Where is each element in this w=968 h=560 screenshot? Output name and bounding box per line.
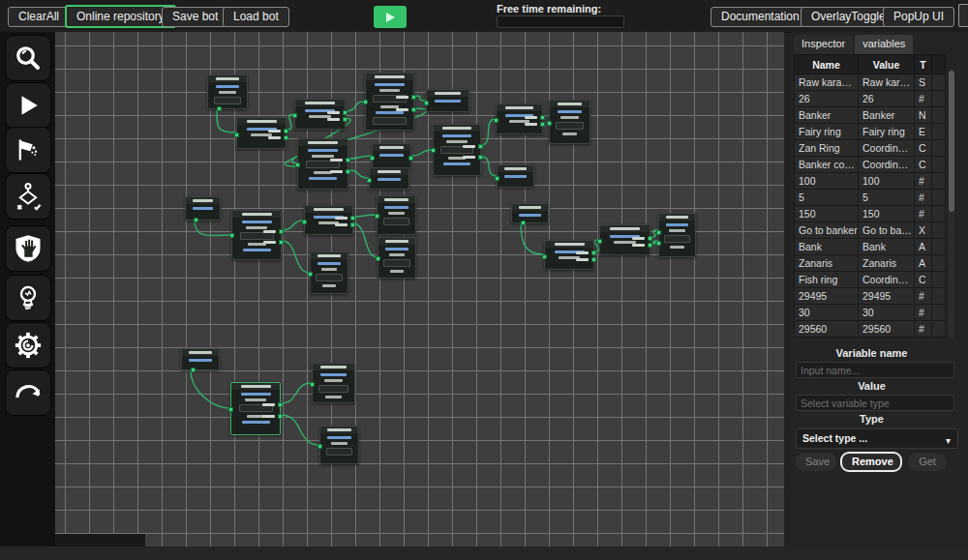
graph-node[interactable]	[433, 124, 481, 176]
graph-node[interactable]	[230, 382, 281, 435]
input-port[interactable]	[547, 121, 552, 126]
input-port[interactable]	[228, 407, 233, 412]
input-port[interactable]	[234, 133, 239, 137]
remove-variable-button[interactable]: Remove	[840, 452, 902, 472]
success-port[interactable]	[346, 158, 350, 162]
variable-row[interactable]: Fish ringCoordinate(2...C	[795, 272, 946, 288]
output-port[interactable]	[408, 156, 413, 161]
graph-node[interactable]	[304, 205, 353, 235]
input-port[interactable]	[495, 176, 499, 181]
variable-row[interactable]: Zan RingCoordinate(2...C	[795, 140, 946, 157]
input-port[interactable]	[597, 239, 602, 244]
success-port[interactable]	[540, 115, 545, 120]
graph-node[interactable]	[377, 195, 416, 235]
output-port[interactable]	[521, 221, 526, 225]
tab-inspector[interactable]: Inspector	[794, 35, 853, 54]
popup-ui-button[interactable]: PopUp UI	[883, 7, 954, 27]
failure-port[interactable]	[478, 155, 483, 160]
success-port[interactable]	[279, 229, 284, 234]
tab-variables[interactable]: variables	[855, 35, 913, 54]
input-port[interactable]	[302, 220, 307, 224]
variable-row[interactable]: Fairy ringFairy ringE	[795, 124, 946, 140]
graph-node[interactable]	[549, 100, 590, 144]
graph-node[interactable]	[511, 203, 549, 223]
failure-port[interactable]	[279, 240, 284, 245]
save-bot-button[interactable]: Save bot	[162, 7, 228, 27]
save-variable-button[interactable]: Save	[796, 453, 836, 471]
variable-row[interactable]: 3030#	[795, 305, 946, 321]
graph-node[interactable]	[497, 164, 534, 188]
variable-row[interactable]: 150150#	[795, 206, 946, 222]
variable-name-input[interactable]	[796, 362, 954, 378]
variable-row[interactable]: 2626#	[795, 91, 946, 107]
variable-row[interactable]: 2949529495#	[795, 288, 946, 305]
variable-value-input[interactable]	[796, 395, 954, 411]
failure-port[interactable]	[278, 414, 283, 419]
input-port[interactable]	[656, 241, 661, 246]
variable-row[interactable]: BankBankA	[795, 239, 946, 255]
input-port[interactable]	[295, 162, 300, 167]
graph-node[interactable]	[365, 73, 414, 131]
output-port[interactable]	[194, 218, 198, 222]
graph-node[interactable]	[312, 363, 355, 403]
success-port[interactable]	[350, 216, 355, 221]
input-port[interactable]	[424, 101, 429, 105]
hint-tool-button[interactable]	[5, 275, 51, 321]
failure-port[interactable]	[648, 243, 652, 248]
settings-tool-button[interactable]	[5, 322, 51, 368]
success-port[interactable]	[411, 95, 416, 100]
variable-row[interactable]: Banker coordCoordinate(2...C	[795, 157, 946, 173]
run-tool-button[interactable]	[5, 82, 51, 129]
load-bot-button[interactable]: Load bot	[223, 7, 289, 27]
graph-node[interactable]	[599, 224, 650, 255]
stop-tool-button[interactable]	[5, 225, 51, 272]
run-bot-button[interactable]	[374, 6, 407, 28]
input-port[interactable]	[656, 230, 661, 235]
graph-node[interactable]	[544, 240, 594, 270]
graph-node[interactable]	[319, 426, 359, 464]
graph-node[interactable]	[185, 196, 221, 221]
graph-node[interactable]	[207, 74, 248, 109]
success-port[interactable]	[591, 251, 596, 255]
failure-port[interactable]	[350, 222, 355, 227]
col-type[interactable]: T	[915, 55, 932, 74]
node-graph-canvas[interactable]	[55, 32, 784, 546]
search-tool-button[interactable]	[5, 35, 51, 81]
graph-node[interactable]	[236, 117, 287, 149]
toolbar-edge-button[interactable]	[958, 4, 968, 27]
variable-row[interactable]: 55#	[795, 190, 946, 206]
variable-row[interactable]: Go to bankerGo to bankerX	[795, 222, 946, 239]
input-port[interactable]	[431, 148, 436, 153]
success-port[interactable]	[648, 236, 652, 241]
graph-node[interactable]	[369, 167, 409, 190]
failure-port[interactable]	[343, 117, 348, 122]
variable-row[interactable]: BankerBankerN	[795, 107, 946, 124]
col-name[interactable]: Name	[795, 55, 859, 74]
input-port[interactable]	[370, 156, 375, 161]
input-port[interactable]	[363, 100, 368, 104]
input-port[interactable]	[310, 382, 315, 387]
type-select[interactable]: Select type ... ▾	[796, 428, 958, 449]
graph-node[interactable]	[378, 237, 416, 279]
output-port[interactable]	[191, 368, 196, 372]
graph-node[interactable]	[372, 143, 411, 168]
variable-row[interactable]: 2956029560#	[795, 321, 946, 338]
variable-row[interactable]: Raw karamb...Raw karamb...S	[795, 74, 946, 91]
success-port[interactable]	[284, 129, 288, 133]
failure-port[interactable]	[540, 122, 545, 127]
overlay-toggle-button[interactable]: OverlayToggle	[801, 7, 896, 27]
output-port[interactable]	[217, 106, 222, 111]
graph-node[interactable]	[426, 89, 469, 112]
graph-node[interactable]	[496, 103, 543, 134]
documentation-button[interactable]: Documentation	[711, 7, 810, 27]
success-port[interactable]	[478, 144, 483, 149]
input-port[interactable]	[229, 233, 234, 238]
input-port[interactable]	[494, 118, 499, 123]
variables-scrollbar[interactable]	[949, 71, 954, 339]
graph-node[interactable]	[310, 251, 348, 294]
variable-row[interactable]: 100100#	[795, 173, 946, 190]
input-port[interactable]	[308, 272, 313, 277]
get-variable-button[interactable]: Get	[908, 453, 947, 471]
graph-node[interactable]	[181, 348, 220, 370]
failure-port[interactable]	[591, 257, 596, 262]
